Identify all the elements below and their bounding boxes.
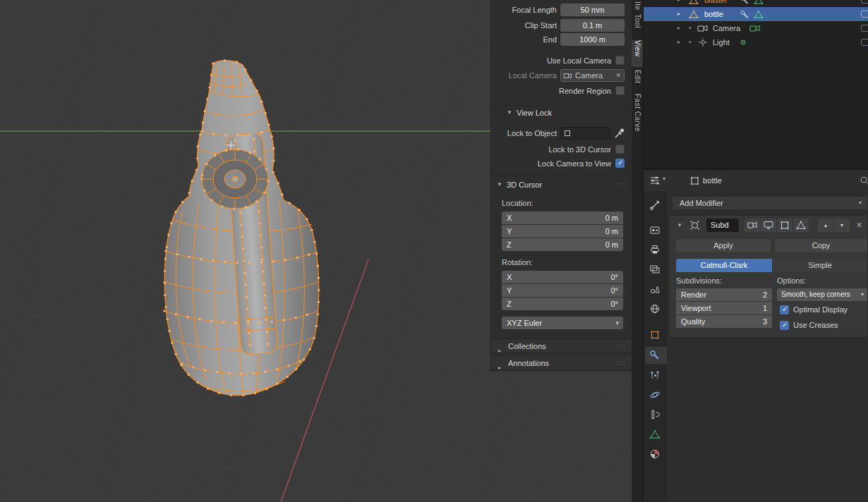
tab-scene-icon[interactable] [649,283,661,295]
rotation-label: Rotation: [502,258,533,267]
object-name: Light [713,35,730,49]
search-icon[interactable] [860,176,868,185]
local-camera-field[interactable]: Camera ✕ [560,69,625,82]
outliner-row-blaster[interactable]: ▸ blaster [644,0,868,7]
cursor-rotation-x[interactable]: X 0° [502,271,623,283]
cursor-panel-header[interactable]: ▼ 3D Cursor ∷∷ [491,178,632,192]
optimal-display-checkbox[interactable] [780,305,789,314]
modifier-wrench-icon[interactable] [740,0,749,5]
axis-value: 0° [610,271,618,283]
eyedropper-icon[interactable] [613,127,625,140]
tab-fast-carve[interactable]: Fast Carve [632,94,644,143]
expand-icon[interactable]: ▸ [677,0,680,7]
use-creases-checkbox[interactable] [780,321,789,330]
mesh-data-icon[interactable] [754,10,764,19]
view-lock-header[interactable]: ▼ View Lock [491,105,632,120]
add-modifier-button[interactable]: Add Modifier ▾ [672,196,868,210]
object-name: blaster [704,0,728,7]
sidebar-tab-strip: Item Tool View Edit Fast Carve [632,0,644,502]
clip-start-field[interactable]: 0.1 m [560,19,625,32]
clip-start-label: Clip Start [491,19,557,32]
axis-label: Y [507,225,512,238]
tab-tool-icon[interactable] [649,200,661,211]
tab-edit[interactable]: Edit [632,70,644,91]
simple-toggle[interactable]: Simple [773,259,867,272]
outliner-row-light[interactable]: ▸ • Light [644,35,868,49]
rotation-mode-dropdown[interactable]: XYZ Euler ▾ [502,317,623,329]
modifier-wrench-icon[interactable] [740,10,749,19]
cursor-rotation-z[interactable]: Z 0° [502,298,623,310]
editor-type-button[interactable]: ▾ [648,173,672,187]
cursor-location-x[interactable]: X 0 m [502,212,623,224]
tab-output-icon[interactable] [649,244,661,255]
copy-button[interactable]: Copy [775,239,867,252]
expand-icon[interactable]: ▸ [677,21,680,35]
visibility-icon[interactable] [861,38,868,47]
collections-panel-header[interactable]: ▸ Collections ∷∷ [491,338,632,353]
tab-item[interactable]: Item [632,1,644,11]
tab-material-icon[interactable] [649,448,661,460]
viewport-label: Viewport [681,302,711,314]
bottle-mesh[interactable] [163,61,319,396]
lock-to-object-field[interactable] [560,127,610,140]
toggle-editmode-display[interactable] [777,219,792,232]
tab-render-icon[interactable] [649,224,661,235]
collapse-icon[interactable]: ▼ [497,181,502,188]
camera-icon [747,221,757,229]
viewport-subdivisions-field[interactable]: Viewport 1 [676,302,772,314]
visibility-icon[interactable] [861,24,868,32]
lock-3d-cursor-checkbox[interactable] [615,145,625,154]
annotations-panel-header[interactable]: ▸ Annotations ∷∷ [491,355,632,370]
clear-icon[interactable]: ✕ [615,70,621,81]
tab-object-data-icon[interactable] [649,429,661,440]
outliner-row-camera[interactable]: ▸ • Camera [644,21,868,35]
toggle-on-cage[interactable] [793,219,809,232]
axis-value: 0 m [605,212,618,224]
quality-field[interactable]: Quality 3 [676,315,772,328]
down-arrow-icon: ▼ [840,223,845,228]
tab-constraints-icon[interactable] [649,409,661,420]
uv-smooth-dropdown[interactable]: Smooth, keep corners ▾ [777,288,867,301]
tab-physics-icon[interactable] [649,389,661,400]
object-icon [564,130,571,137]
visibility-icon[interactable] [861,0,868,4]
apply-button[interactable]: Apply [676,239,771,252]
tab-tool[interactable]: Tool [632,14,644,38]
tab-modifiers-icon[interactable] [649,350,661,361]
use-local-camera-checkbox[interactable] [615,56,625,65]
annotations-title: Annotations [508,356,549,371]
move-modifier-down-button[interactable]: ▼ [834,219,850,232]
tab-particles-icon[interactable] [649,369,661,381]
cursor-rotation-y[interactable]: Y 0° [502,284,623,297]
grip-icon[interactable]: ∷∷ [617,178,627,192]
grip-icon[interactable]: ∷∷ [617,356,627,371]
clip-end-field[interactable]: 1000 m [560,33,625,46]
tab-view[interactable]: View [632,40,644,67]
expand-icon[interactable]: ▸ [498,360,501,372]
mesh-data-icon[interactable] [754,0,764,5]
move-modifier-up-button[interactable]: ▲ [818,219,833,232]
modifier-name-field[interactable]: Subd [706,219,739,232]
lock-camera-to-view-checkbox[interactable] [615,159,625,168]
light-data-icon[interactable] [738,37,748,47]
tab-object-icon[interactable] [649,329,661,341]
toggle-render-visibility[interactable] [745,219,760,232]
toggle-realtime-visibility[interactable] [761,219,776,232]
visibility-icon[interactable] [861,10,868,18]
camera-data-icon[interactable] [749,24,760,32]
grip-icon[interactable]: ∷∷ [617,339,627,354]
collapse-icon[interactable]: ▼ [677,222,682,228]
tab-world-icon[interactable] [649,303,661,314]
catmull-clark-toggle[interactable]: Catmull-Clark [676,259,772,272]
outliner-row-bottle[interactable]: ▸ bottle [644,7,868,21]
render-subdivisions-field[interactable]: Render 2 [676,288,772,301]
render-region-checkbox[interactable] [615,86,625,95]
focal-length-field[interactable]: 50 mm [560,4,625,16]
remove-modifier-button[interactable]: ✕ [856,219,862,232]
tab-view-layer-icon[interactable] [649,264,661,275]
cursor-location-z[interactable]: Z 0 m [502,238,623,251]
expand-icon[interactable]: ▸ [677,35,680,49]
cursor-location-y[interactable]: Y 0 m [502,225,623,238]
expand-icon[interactable]: ▸ [677,7,680,21]
collapse-icon[interactable]: ▼ [507,109,512,116]
